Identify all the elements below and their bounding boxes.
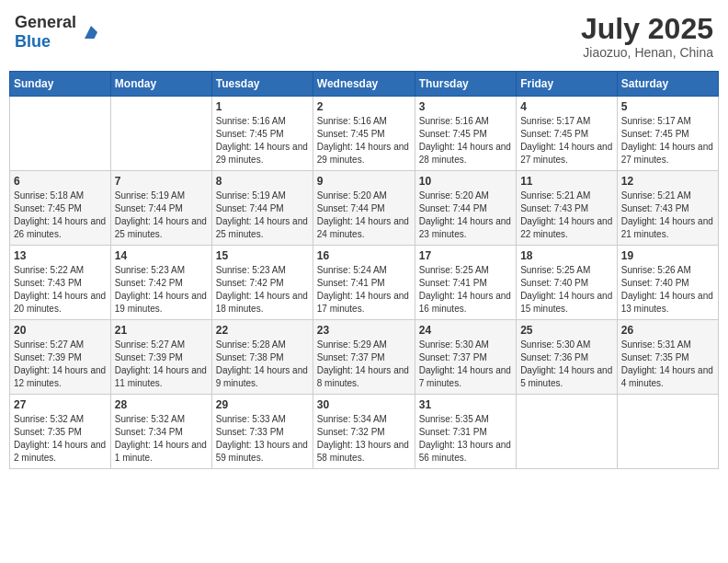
calendar-cell: [617, 395, 718, 469]
day-info: Sunrise: 5:16 AM Sunset: 7:45 PM Dayligh…: [216, 115, 309, 167]
title-area: July 2025 Jiaozuo, Henan, China: [581, 13, 713, 60]
day-number: 19: [621, 249, 714, 262]
page-header: General Blue July 2025 Jiaozuo, Henan, C…: [9, 9, 719, 63]
day-info: Sunrise: 5:20 AM Sunset: 7:44 PM Dayligh…: [317, 190, 411, 241]
day-number: 1: [216, 100, 309, 113]
day-number: 26: [621, 324, 714, 337]
calendar-cell: 6Sunrise: 5:18 AM Sunset: 7:45 PM Daylig…: [10, 171, 111, 246]
day-info: Sunrise: 5:28 AM Sunset: 7:38 PM Dayligh…: [216, 339, 309, 390]
day-info: Sunrise: 5:33 AM Sunset: 7:33 PM Dayligh…: [216, 413, 309, 465]
day-number: 17: [419, 249, 512, 262]
day-number: 18: [520, 249, 613, 262]
calendar-cell: 1Sunrise: 5:16 AM Sunset: 7:45 PM Daylig…: [211, 97, 313, 171]
day-number: 3: [419, 100, 512, 113]
calendar-cell: 24Sunrise: 5:30 AM Sunset: 7:37 PM Dayli…: [415, 320, 516, 395]
day-number: 6: [14, 175, 107, 188]
calendar-week-row: 13Sunrise: 5:22 AM Sunset: 7:43 PM Dayli…: [10, 246, 719, 320]
month-title: July 2025: [581, 13, 713, 45]
calendar-table: SundayMondayTuesdayWednesdayThursdayFrid…: [9, 71, 719, 469]
weekday-header-wednesday: Wednesday: [313, 72, 415, 97]
calendar-week-row: 20Sunrise: 5:27 AM Sunset: 7:39 PM Dayli…: [10, 320, 719, 395]
logo: General Blue: [15, 13, 104, 52]
day-info: Sunrise: 5:17 AM Sunset: 7:45 PM Dayligh…: [621, 115, 714, 167]
day-number: 10: [419, 175, 512, 188]
day-info: Sunrise: 5:35 AM Sunset: 7:31 PM Dayligh…: [419, 413, 512, 465]
calendar-cell: 8Sunrise: 5:19 AM Sunset: 7:44 PM Daylig…: [211, 171, 313, 246]
weekday-header-tuesday: Tuesday: [211, 72, 313, 97]
day-info: Sunrise: 5:19 AM Sunset: 7:44 PM Dayligh…: [216, 190, 309, 241]
day-number: 14: [115, 249, 208, 262]
calendar-cell: [10, 97, 111, 171]
weekday-header-sunday: Sunday: [10, 72, 111, 97]
calendar-cell: 14Sunrise: 5:23 AM Sunset: 7:42 PM Dayli…: [110, 246, 211, 320]
calendar-cell: 17Sunrise: 5:25 AM Sunset: 7:41 PM Dayli…: [415, 246, 516, 320]
calendar-week-row: 1Sunrise: 5:16 AM Sunset: 7:45 PM Daylig…: [10, 97, 719, 171]
day-number: 15: [216, 249, 309, 262]
day-info: Sunrise: 5:27 AM Sunset: 7:39 PM Dayligh…: [115, 339, 208, 390]
day-info: Sunrise: 5:30 AM Sunset: 7:36 PM Dayligh…: [520, 339, 613, 390]
day-info: Sunrise: 5:16 AM Sunset: 7:45 PM Dayligh…: [317, 115, 411, 167]
day-number: 11: [520, 175, 613, 188]
calendar-cell: 4Sunrise: 5:17 AM Sunset: 7:45 PM Daylig…: [517, 97, 618, 171]
day-number: 30: [317, 398, 411, 411]
day-number: 5: [621, 100, 714, 113]
calendar-cell: 2Sunrise: 5:16 AM Sunset: 7:45 PM Daylig…: [313, 97, 415, 171]
weekday-header-row: SundayMondayTuesdayWednesdayThursdayFrid…: [10, 72, 719, 97]
calendar-cell: 16Sunrise: 5:24 AM Sunset: 7:41 PM Dayli…: [313, 246, 415, 320]
day-info: Sunrise: 5:34 AM Sunset: 7:32 PM Dayligh…: [317, 413, 411, 465]
location-subtitle: Jiaozuo, Henan, China: [581, 45, 713, 60]
calendar-cell: [517, 395, 618, 469]
weekday-header-friday: Friday: [517, 72, 618, 97]
calendar-cell: 5Sunrise: 5:17 AM Sunset: 7:45 PM Daylig…: [617, 97, 718, 171]
calendar-cell: 21Sunrise: 5:27 AM Sunset: 7:39 PM Dayli…: [110, 320, 211, 395]
day-number: 24: [419, 324, 512, 337]
day-number: 28: [115, 398, 208, 411]
day-number: 27: [14, 398, 107, 411]
day-info: Sunrise: 5:22 AM Sunset: 7:43 PM Dayligh…: [14, 264, 107, 316]
day-info: Sunrise: 5:20 AM Sunset: 7:44 PM Dayligh…: [419, 190, 512, 241]
calendar-cell: 19Sunrise: 5:26 AM Sunset: 7:40 PM Dayli…: [617, 246, 718, 320]
day-info: Sunrise: 5:23 AM Sunset: 7:42 PM Dayligh…: [216, 264, 309, 316]
day-number: 9: [317, 175, 411, 188]
day-info: Sunrise: 5:26 AM Sunset: 7:40 PM Dayligh…: [621, 264, 714, 316]
calendar-cell: 26Sunrise: 5:31 AM Sunset: 7:35 PM Dayli…: [617, 320, 718, 395]
day-info: Sunrise: 5:30 AM Sunset: 7:37 PM Dayligh…: [419, 339, 512, 390]
weekday-header-saturday: Saturday: [617, 72, 718, 97]
day-info: Sunrise: 5:24 AM Sunset: 7:41 PM Dayligh…: [317, 264, 411, 316]
day-number: 7: [115, 175, 208, 188]
calendar-week-row: 6Sunrise: 5:18 AM Sunset: 7:45 PM Daylig…: [10, 171, 719, 246]
day-info: Sunrise: 5:23 AM Sunset: 7:42 PM Dayligh…: [115, 264, 208, 316]
calendar-cell: 31Sunrise: 5:35 AM Sunset: 7:31 PM Dayli…: [415, 395, 516, 469]
calendar-cell: 7Sunrise: 5:19 AM Sunset: 7:44 PM Daylig…: [110, 171, 211, 246]
calendar-cell: 12Sunrise: 5:21 AM Sunset: 7:43 PM Dayli…: [617, 171, 718, 246]
day-info: Sunrise: 5:18 AM Sunset: 7:45 PM Dayligh…: [14, 190, 107, 241]
calendar-cell: 30Sunrise: 5:34 AM Sunset: 7:32 PM Dayli…: [313, 395, 415, 469]
calendar-cell: 3Sunrise: 5:16 AM Sunset: 7:45 PM Daylig…: [415, 97, 516, 171]
day-number: 31: [419, 398, 512, 411]
calendar-cell: 25Sunrise: 5:30 AM Sunset: 7:36 PM Dayli…: [517, 320, 618, 395]
day-info: Sunrise: 5:25 AM Sunset: 7:40 PM Dayligh…: [520, 264, 613, 316]
calendar-cell: 28Sunrise: 5:32 AM Sunset: 7:34 PM Dayli…: [110, 395, 211, 469]
day-info: Sunrise: 5:19 AM Sunset: 7:44 PM Dayligh…: [115, 190, 208, 241]
logo-blue: Blue: [15, 32, 51, 51]
day-number: 12: [621, 175, 714, 188]
day-number: 22: [216, 324, 309, 337]
calendar-cell: [110, 97, 211, 171]
day-number: 13: [14, 249, 107, 262]
day-number: 2: [317, 100, 411, 113]
calendar-week-row: 27Sunrise: 5:32 AM Sunset: 7:35 PM Dayli…: [10, 395, 719, 469]
day-info: Sunrise: 5:32 AM Sunset: 7:34 PM Dayligh…: [115, 413, 208, 465]
svg-marker-0: [85, 26, 97, 39]
day-info: Sunrise: 5:25 AM Sunset: 7:41 PM Dayligh…: [419, 264, 512, 316]
calendar-cell: 22Sunrise: 5:28 AM Sunset: 7:38 PM Dayli…: [211, 320, 313, 395]
day-info: Sunrise: 5:31 AM Sunset: 7:35 PM Dayligh…: [621, 339, 714, 390]
calendar-cell: 15Sunrise: 5:23 AM Sunset: 7:42 PM Dayli…: [211, 246, 313, 320]
calendar-cell: 11Sunrise: 5:21 AM Sunset: 7:43 PM Dayli…: [517, 171, 618, 246]
calendar-cell: 29Sunrise: 5:33 AM Sunset: 7:33 PM Dayli…: [211, 395, 313, 469]
calendar-cell: 27Sunrise: 5:32 AM Sunset: 7:35 PM Dayli…: [10, 395, 111, 469]
weekday-header-monday: Monday: [110, 72, 211, 97]
day-number: 25: [520, 324, 613, 337]
day-number: 16: [317, 249, 411, 262]
day-number: 4: [520, 100, 613, 113]
day-info: Sunrise: 5:21 AM Sunset: 7:43 PM Dayligh…: [520, 190, 613, 241]
